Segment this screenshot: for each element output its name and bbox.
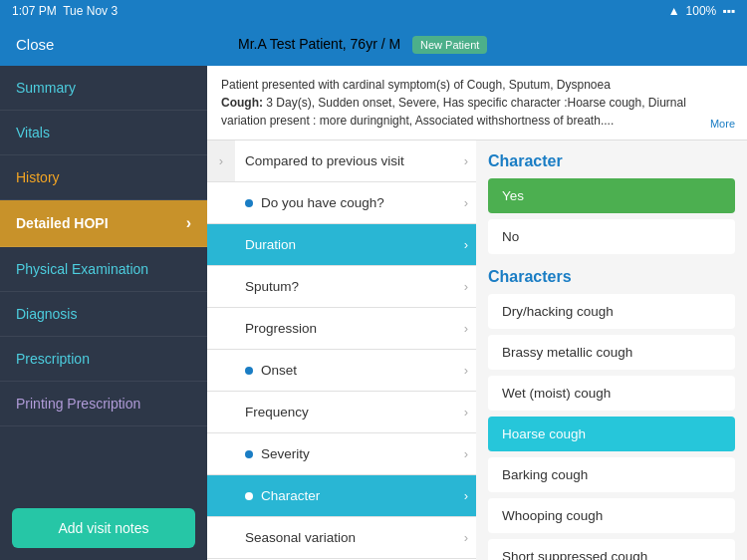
right-chevron-icon: › [456, 446, 476, 461]
question-do-have-cough[interactable]: Do you have cough? › [207, 182, 476, 224]
yes-option[interactable]: Yes [488, 178, 735, 213]
sidebar: Summary Vitals History Detailed HOPI › P… [0, 66, 207, 560]
question-label: Severity [235, 436, 456, 471]
question-compared-to[interactable]: › Compared to previous visit › [207, 140, 476, 182]
option-brassy-metallic[interactable]: Brassy metallic cough [488, 335, 735, 370]
right-chevron-icon: › [456, 153, 476, 168]
no-option[interactable]: No [488, 219, 735, 254]
right-chevron-icon: › [456, 488, 476, 503]
right-chevron-icon: › [456, 195, 476, 210]
question-sputum[interactable]: Sputum? › [207, 266, 476, 308]
right-chevron-icon: › [456, 363, 476, 378]
question-onset[interactable]: Onset › [207, 350, 476, 392]
option-whooping[interactable]: Whooping cough [488, 498, 735, 533]
status-bar: 1:07 PM Tue Nov 3 ▲ 100% ▪▪▪ [0, 0, 747, 22]
wifi-icon: ▲ [668, 4, 680, 18]
option-barking[interactable]: Barking cough [488, 457, 735, 492]
question-label: Seasonal variation [235, 520, 456, 555]
patient-name: Mr.A Test Patient, 76yr / M [238, 36, 400, 52]
hopi-chevron-icon: › [186, 214, 191, 232]
status-time: 1:07 PM Tue Nov 3 [12, 4, 118, 18]
summary-note: Patient presented with cardinal symptom(… [207, 66, 747, 140]
question-progression[interactable]: Progression › [207, 308, 476, 350]
right-chevron-icon: › [456, 530, 476, 545]
summary-bold-detail: 3 Day(s), Sudden onset, Severe, Has spec… [221, 96, 686, 128]
question-label: Character [235, 478, 456, 513]
main-layout: Summary Vitals History Detailed HOPI › P… [0, 66, 747, 560]
app-header: Close Mr.A Test Patient, 76yr / M New Pa… [0, 22, 747, 66]
sidebar-item-vitals[interactable]: Vitals [0, 111, 207, 155]
right-panel: Character Yes No Characters Dry/hacking … [476, 140, 747, 560]
more-link[interactable]: More [710, 116, 735, 133]
sidebar-item-physical[interactable]: Physical Examination [0, 247, 207, 292]
dot-indicator [245, 367, 253, 375]
new-patient-badge: New Patient [412, 36, 487, 54]
status-icons: ▲ 100% ▪▪▪ [668, 4, 735, 18]
character-section-title: Character [488, 152, 735, 170]
option-dry-hacking[interactable]: Dry/hacking cough [488, 294, 735, 329]
content-area: Patient presented with cardinal symptom(… [207, 66, 747, 560]
option-wet-moist[interactable]: Wet (moist) cough [488, 376, 735, 411]
close-button[interactable]: Close [16, 36, 54, 53]
question-label: Do you have cough? [235, 185, 456, 220]
question-severity[interactable]: Severity › [207, 433, 476, 475]
option-hoarse[interactable]: Hoarse cough [488, 417, 735, 451]
panels: › Compared to previous visit › Do you ha… [207, 140, 747, 560]
right-chevron-icon: › [456, 321, 476, 336]
question-label: Progression [235, 311, 456, 346]
sidebar-item-detailed-hopi[interactable]: Detailed HOPI › [0, 200, 207, 247]
summary-bold-label: Cough: [221, 96, 263, 110]
right-chevron-icon: › [456, 237, 476, 252]
add-visit-button[interactable]: Add visit notes [12, 508, 195, 548]
battery-icon: 100% [686, 4, 717, 18]
dot-indicator [245, 199, 253, 207]
right-chevron-icon: › [456, 279, 476, 294]
sidebar-item-summary[interactable]: Summary [0, 66, 207, 111]
dot-indicator [245, 492, 253, 500]
dot-indicator [245, 450, 253, 458]
question-label: Duration [235, 227, 456, 262]
question-seasonal[interactable]: Seasonal variation › [207, 517, 476, 559]
sidebar-item-history[interactable]: History [0, 155, 207, 200]
sidebar-item-printing[interactable]: Printing Prescription [0, 382, 207, 426]
patient-info: Mr.A Test Patient, 76yr / M New Patient [238, 36, 487, 52]
summary-text: Patient presented with cardinal symptom(… [221, 78, 611, 92]
question-label: Sputum? [235, 269, 456, 304]
sidebar-item-prescription[interactable]: Prescription [0, 337, 207, 382]
middle-panel: › Compared to previous visit › Do you ha… [207, 140, 476, 560]
characters-section-title: Characters [488, 268, 735, 286]
sidebar-item-diagnosis[interactable]: Diagnosis [0, 292, 207, 337]
question-frequency[interactable]: Frequency › [207, 392, 476, 433]
left-arrow-icon: › [207, 140, 235, 181]
question-label: Onset [235, 353, 456, 388]
question-label: Compared to previous visit [235, 143, 456, 178]
question-character[interactable]: Character › [207, 475, 476, 517]
option-short-suppressed[interactable]: Short suppressed cough [488, 539, 735, 560]
question-label: Frequency [235, 395, 456, 429]
question-duration[interactable]: Duration › [207, 224, 476, 266]
right-chevron-icon: › [456, 405, 476, 420]
